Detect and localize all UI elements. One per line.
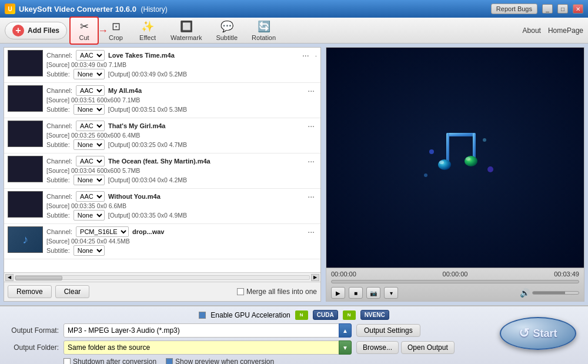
file-thumb xyxy=(8,191,43,218)
folder-arrow-icon[interactable]: ▼ xyxy=(339,340,352,355)
rotation-button[interactable]: 🔄 Rotation xyxy=(246,18,282,44)
list-item: Channel: AAC My All.m4a ··· [Source] 00:… xyxy=(4,83,320,118)
output-settings-button[interactable]: Output Settings xyxy=(356,324,420,337)
svg-rect-1 xyxy=(446,133,449,162)
toolbar-left: + Add Files ✂ Cut → ⊡ Crop ✨ Effect 🔲 Wa… xyxy=(5,16,282,45)
stop-button[interactable]: ■ xyxy=(349,287,363,299)
close-button[interactable]: ✕ xyxy=(573,4,583,14)
add-files-button[interactable]: + Add Files xyxy=(5,22,67,39)
cut-button[interactable]: ✂ Cut → xyxy=(69,16,99,45)
file-menu[interactable]: ··· xyxy=(300,51,312,60)
output-info: [Output] 00:03:35 0x0 4.9MB xyxy=(108,212,187,219)
start-icon: ↺ xyxy=(519,326,529,341)
add-plus-icon: + xyxy=(12,25,24,36)
subtitle-select[interactable]: None xyxy=(74,210,105,221)
channel-label: Channel: xyxy=(46,52,72,59)
browse-button[interactable]: Browse... xyxy=(356,341,399,354)
channel-select[interactable]: AAC xyxy=(76,50,105,61)
shutdown-checkbox[interactable] xyxy=(64,358,71,364)
file-thumb: ♪ xyxy=(8,226,43,253)
screenshot-button[interactable]: 📷 xyxy=(366,287,380,299)
clear-button[interactable]: Clear xyxy=(55,285,90,298)
source-info: [Source] 00:03:51 600x600 7.1MB xyxy=(46,96,140,103)
file-list-scroll[interactable]: Channel: AAC Love Takes Time.m4a ··· - [… xyxy=(4,48,320,272)
file-menu[interactable]: ··· xyxy=(305,192,317,201)
file-info: Channel: AAC That's My Girl.m4a ··· [Sou… xyxy=(46,121,317,151)
source-info: [Source] 00:03:25 600x600 6.4MB xyxy=(46,132,140,139)
source-info: [Source] 00:03:49 0x0 7.1MB xyxy=(46,61,126,68)
format-select[interactable]: MP3 - MPEG Layer-3 Audio (*.mp3) xyxy=(64,323,352,338)
source-info: [Source] 00:03:35 0x0 6.6MB xyxy=(46,202,126,209)
controls-row: ▶ ■ 📷 ▾ 🔊 xyxy=(331,287,579,299)
folder-select[interactable]: Same folder as the source xyxy=(64,340,352,355)
file-menu[interactable]: ··· xyxy=(305,227,317,236)
subtitle-button[interactable]: 💬 Subtitle xyxy=(210,18,243,44)
file-name: Love Takes Time.m4a xyxy=(108,52,296,59)
title-left: U UkeySoft Video Converter 10.6.0 (Histo… xyxy=(5,4,168,14)
minimize-button[interactable]: _ xyxy=(542,4,553,14)
play-button[interactable]: ▶ xyxy=(331,287,345,299)
subtitle-label: Subtitle: xyxy=(46,212,70,219)
channel-select[interactable]: AAC xyxy=(76,85,105,96)
about-link[interactable]: About xyxy=(523,26,541,35)
report-bugs-button[interactable]: Report Bugs xyxy=(491,4,537,14)
volume-icon: 🔊 xyxy=(520,288,530,298)
svg-point-4 xyxy=(465,156,477,166)
hscroll-left[interactable]: ◀ xyxy=(5,274,14,281)
start-button[interactable]: ↺ Start xyxy=(500,317,576,350)
subtitle-select[interactable]: None xyxy=(74,245,105,256)
app-name: UkeySoft Video Converter 10.6.0 xyxy=(19,5,136,14)
channel-select[interactable]: AAC xyxy=(76,191,105,202)
remove-button[interactable]: Remove xyxy=(8,285,52,298)
gpu-row: Enable GPU Acceleration N CUDA N NVENC xyxy=(6,310,582,320)
watermark-label: Watermark xyxy=(171,34,202,41)
cuda-badge: CUDA xyxy=(313,310,338,320)
svg-point-5 xyxy=(439,161,444,164)
preview-label[interactable]: Show preview when conversion xyxy=(166,358,274,364)
hscroll-thumb[interactable] xyxy=(15,276,62,280)
time-mid: 00:00:00 xyxy=(443,271,468,278)
open-output-button[interactable]: Open Output xyxy=(401,341,455,354)
subtitle-select[interactable]: None xyxy=(74,104,105,115)
channel-select[interactable]: AAC xyxy=(76,156,105,166)
volume-slider[interactable] xyxy=(532,291,579,295)
format-arrow-icon[interactable]: ▲ xyxy=(339,323,352,338)
merge-text: Merge all files into one xyxy=(246,288,317,296)
file-menu[interactable]: ··· xyxy=(305,156,317,166)
svg-rect-2 xyxy=(473,133,476,159)
cut-icon: ✂ xyxy=(80,20,89,33)
hscroll-right[interactable]: ▶ xyxy=(311,274,319,281)
screenshot-dropdown[interactable]: ▾ xyxy=(384,287,398,299)
progress-bar[interactable] xyxy=(331,280,579,283)
channel-select[interactable]: PCM_S16LE xyxy=(76,226,129,237)
file-thumb xyxy=(8,50,43,76)
file-menu[interactable]: ··· xyxy=(305,121,317,131)
shutdown-label[interactable]: Shutdown after conversion xyxy=(64,358,156,364)
output-info: [Output] 00:03:49 0x0 5.2MB xyxy=(108,71,187,78)
gpu-checkbox[interactable] xyxy=(199,312,206,319)
subtitle-select[interactable]: None xyxy=(74,139,105,150)
shutdown-text: Shutdown after conversion xyxy=(73,358,156,364)
merge-checkbox[interactable] xyxy=(237,288,244,295)
add-files-label: Add Files xyxy=(28,26,59,35)
folder-row: Output Folder: Same folder as the source… xyxy=(6,340,582,355)
maximize-button[interactable]: □ xyxy=(557,4,568,14)
time-end: 00:03:49 xyxy=(554,271,579,278)
effect-button[interactable]: ✨ Effect xyxy=(133,18,162,44)
crop-button[interactable]: ⊡ Crop xyxy=(101,18,131,44)
horizontal-scrollbar[interactable]: ◀ ▶ xyxy=(4,272,320,282)
merge-label: Merge all files into one xyxy=(237,288,317,296)
app-logo: U xyxy=(5,4,15,14)
file-thumb xyxy=(8,85,43,112)
subtitle-select[interactable]: None xyxy=(74,175,105,185)
watermark-button[interactable]: 🔲 Watermark xyxy=(165,18,208,44)
svg-rect-0 xyxy=(446,133,476,136)
homepage-link[interactable]: HomePage xyxy=(548,26,583,35)
subtitle-select[interactable]: None xyxy=(74,69,105,79)
preview-checkbox[interactable] xyxy=(166,358,173,364)
channel-select[interactable]: AAC xyxy=(76,121,105,131)
channel-label: Channel: xyxy=(46,122,72,129)
subtitle-label: Subtitle: xyxy=(46,247,70,254)
file-menu[interactable]: ··· xyxy=(305,86,317,95)
hscroll-track[interactable] xyxy=(15,275,310,280)
